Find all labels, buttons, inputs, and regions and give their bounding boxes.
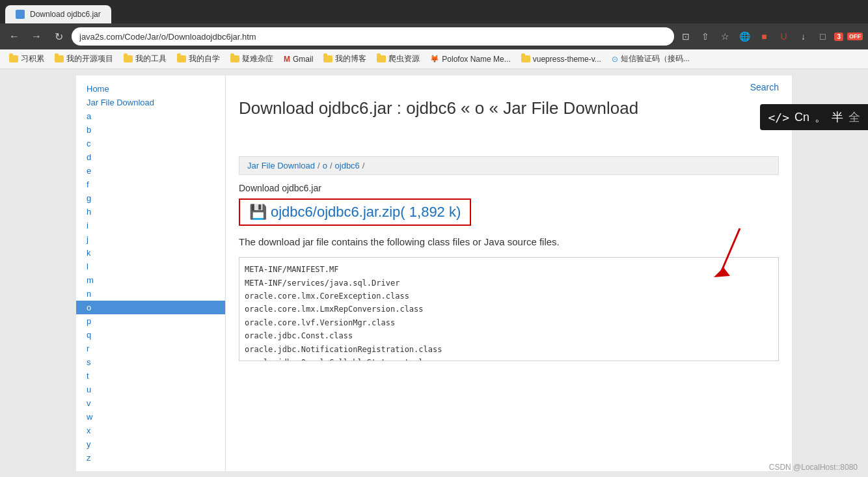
folder-icon-2 (124, 55, 133, 62)
reload-button[interactable]: ↻ (49, 27, 68, 46)
sidebar-r[interactable]: r (76, 342, 225, 355)
active-tab[interactable]: Download ojdbc6.jar (5, 5, 111, 23)
bookmark-polofox[interactable]: 🦊 Polofox Name Me... (426, 53, 514, 65)
ime-code-icon: </> (768, 111, 789, 124)
sidebar-z[interactable]: z (76, 451, 225, 465)
sidebar-home[interactable]: Home (76, 82, 225, 96)
folder-icon-7 (377, 55, 386, 62)
folder-icon-9 (521, 55, 530, 62)
download-link-box[interactable]: 💾 ojdbc6/ojdbc6.jar.zip( 1,892 k) (239, 198, 471, 226)
tab-favicon (16, 10, 25, 19)
sidebar-x[interactable]: x (76, 424, 225, 437)
bookmark-label-5: Gmail (293, 55, 313, 64)
ext-icon-2[interactable]: ■ (756, 29, 772, 44)
bookmark-study[interactable]: 我的自学 (173, 52, 224, 66)
share-icon[interactable]: ⇧ (698, 29, 713, 44)
sidebar-c[interactable]: c (76, 137, 225, 150)
bookmark-spider[interactable]: 爬虫资源 (373, 52, 424, 66)
sidebar-g[interactable]: g (76, 191, 225, 205)
breadcrumb-jar[interactable]: Jar File Download (247, 161, 315, 170)
polofox-icon: 🦊 (430, 55, 439, 63)
sidebar-l[interactable]: l (76, 260, 225, 273)
bookmark-label-3: 我的自学 (189, 53, 220, 64)
bookmark-label-7: 爬虫资源 (388, 53, 420, 64)
tab-title: Download ojdbc6.jar (30, 10, 101, 19)
address-input[interactable] (72, 27, 674, 46)
browser-chrome: Download ojdbc6.jar ← → ↻ ⊡ ⇧ ☆ 🌐 ■ U ↓ … (0, 0, 868, 69)
ext-icon-1[interactable]: 🌐 (737, 29, 752, 44)
file-item-1: META-INF/services/java.sql.Driver (245, 277, 773, 290)
back-button[interactable]: ← (5, 27, 23, 46)
file-item-6: oracle.jdbc.NotificationRegistration.cla… (245, 343, 773, 356)
address-bar-row: ← → ↻ ⊡ ⇧ ☆ 🌐 ■ U ↓ □ 3 OFF (0, 23, 868, 49)
sidebar-m[interactable]: m (76, 273, 225, 287)
sidebar-k[interactable]: k (76, 246, 225, 260)
file-item-0: META-INF/MANIFEST.MF (245, 263, 773, 276)
breadcrumb-ojdbc6[interactable]: ojdbc6 (335, 161, 360, 170)
translate-icon[interactable]: ⊡ (678, 29, 694, 44)
breadcrumb-o[interactable]: o (323, 161, 327, 170)
bookmark-vuepress[interactable]: vuepress-theme-v... (517, 53, 605, 65)
page-wrapper: Home Jar File Download a b c d e f g h i… (0, 69, 868, 477)
bookmark-sms[interactable]: ⊙ 短信验证码（接码... (608, 52, 694, 66)
sidebar-s[interactable]: s (76, 355, 225, 369)
sidebar-q[interactable]: q (76, 328, 225, 342)
bookmark-blog[interactable]: 我的博客 (319, 52, 370, 66)
bookmark-xijilei[interactable]: 习积累 (5, 52, 48, 66)
watermark: CSDN @LocalHost::8080 (769, 463, 858, 472)
sidebar-j[interactable]: j (76, 232, 225, 246)
download-label: Download ojdbc6.jar (239, 183, 779, 193)
ime-half: 半 (832, 109, 843, 125)
folder-icon (9, 55, 18, 62)
sidebar-e[interactable]: e (76, 164, 225, 178)
bookmark-tools[interactable]: 我的工具 (120, 52, 170, 66)
sidebar-i[interactable]: i (76, 219, 225, 232)
file-item-2: oracle.core.lmx.CoreException.class (245, 290, 773, 303)
ime-full: 全 (848, 109, 860, 125)
folder-icon-3 (177, 55, 186, 62)
bookmark-gmail[interactable]: M Gmail (280, 53, 317, 65)
file-list-content: META-INF/MANIFEST.MF META-INF/services/j… (245, 263, 773, 361)
file-item-5: oracle.jdbc.Const.class (245, 329, 773, 342)
file-list-box[interactable]: META-INF/MANIFEST.MF META-INF/services/j… (239, 257, 779, 361)
watermark-text: CSDN @LocalHost::8080 (769, 463, 858, 472)
ime-toolbar: </> Cn 。 半 全 (760, 104, 868, 130)
bookmark-label-10: 短信验证码（接码... (621, 53, 690, 64)
ad-spacer (239, 130, 779, 156)
ext-off-badge: OFF (847, 33, 863, 40)
sidebar-d[interactable]: d (76, 150, 225, 164)
bookmark-label-9: vuepress-theme-v... (533, 55, 601, 64)
sidebar-u[interactable]: u (76, 383, 225, 396)
ext-icon-4[interactable]: ↓ (795, 29, 811, 44)
forward-button[interactable]: → (27, 27, 46, 46)
sidebar-b[interactable]: b (76, 123, 225, 137)
sidebar-h[interactable]: h (76, 205, 225, 219)
sidebar-v[interactable]: v (76, 396, 225, 410)
breadcrumb-bar: Jar File Download / o / ojdbc6 / (239, 156, 779, 175)
main-content: Search Download ojdbc6.jar : ojdbc6 « o … (226, 75, 792, 471)
file-item-4: oracle.core.lvf.VersionMgr.class (245, 316, 773, 329)
ime-period: 。 (815, 109, 826, 125)
download-link-text: ojdbc6/ojdbc6.jar.zip( 1,892 k) (271, 204, 461, 221)
sidebar-a[interactable]: a (76, 109, 225, 123)
sidebar-t[interactable]: t (76, 369, 225, 383)
bookmark-label-4: 疑难杂症 (242, 53, 273, 64)
bookmark-opensource[interactable]: 我的开源项目 (51, 52, 117, 66)
ext-icon-3[interactable]: U (776, 29, 791, 44)
sidebar-w[interactable]: w (76, 410, 225, 424)
bookmark-label-2: 我的工具 (135, 53, 167, 64)
page-title: Download ojdbc6.jar : ojdbc6 « o « Jar F… (239, 98, 779, 120)
sidebar-n[interactable]: n (76, 287, 225, 301)
sidebar-f[interactable]: f (76, 178, 225, 191)
sidebar-p[interactable]: p (76, 314, 225, 328)
bookmark-issues[interactable]: 疑难杂症 (226, 52, 277, 66)
bookmark-icon[interactable]: ☆ (717, 29, 733, 44)
file-item-7: oracle.jdbc.OracleCallableStatement.clas… (245, 356, 773, 361)
ext-icon-5[interactable]: □ (815, 29, 830, 44)
sidebar-y[interactable]: y (76, 437, 225, 451)
search-link[interactable]: Search (750, 82, 779, 92)
bookmark-label-1: 我的开源项目 (66, 53, 113, 64)
sidebar-jar-download[interactable]: Jar File Download (76, 96, 225, 109)
breadcrumb-sep-3: / (362, 161, 365, 170)
sidebar-o[interactable]: o (76, 301, 225, 314)
